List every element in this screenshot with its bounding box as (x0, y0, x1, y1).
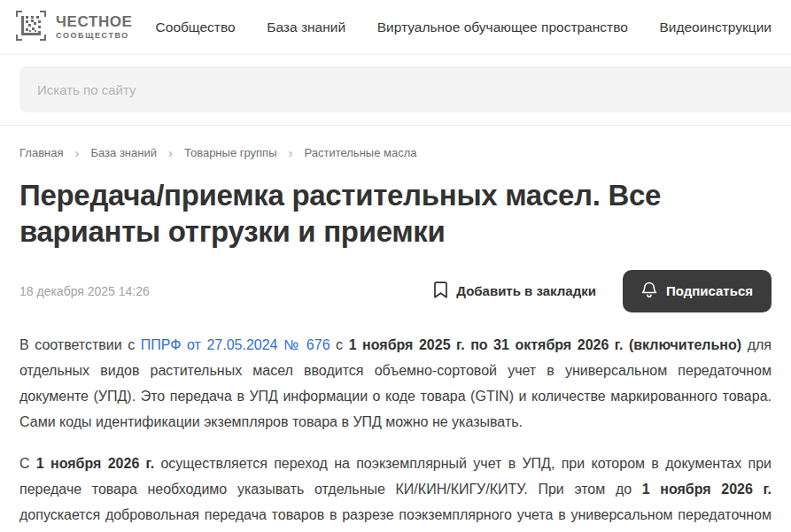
article-paragraph: С 1 ноября 2026 г. осуществляется перехо… (19, 451, 772, 532)
search-section (0, 55, 791, 126)
chevron-right-icon: › (74, 146, 79, 159)
article-meta-row: 18 декабря 2025 14:26 Добавить в закладк… (19, 271, 772, 311)
nav-item[interactable]: Видеоинструкции (659, 19, 772, 35)
search-input[interactable] (35, 81, 775, 98)
bookmark-icon (434, 281, 447, 301)
breadcrumb-item[interactable]: Товарные группы (184, 146, 277, 159)
subscribe-button[interactable]: Подписаться (623, 270, 772, 312)
article: Передача/приемка растительных масел. Все… (0, 177, 791, 532)
bookmark-label: Добавить в закладки (456, 283, 596, 298)
bold-text: 1 ноября 2026 г. (642, 482, 772, 497)
chevron-right-icon: › (168, 146, 173, 159)
breadcrumb-item[interactable]: База знаний (90, 146, 157, 159)
breadcrumb-item[interactable]: Растительные масла (304, 146, 416, 159)
article-body: В соответствии с ППРФ от 27.05.2024 № 67… (19, 332, 772, 532)
text: с (330, 337, 349, 352)
text: В соответствии с (19, 337, 141, 352)
publish-date: 18 декабря 2025 14:26 (19, 284, 434, 298)
article-actions: Добавить в закладки Подписаться (434, 270, 772, 312)
text: допускается добровольная передача товаро… (19, 507, 772, 532)
add-bookmark-button[interactable]: Добавить в закладки (434, 281, 596, 301)
site-logo[interactable]: ЧЕСТНОЕ СООБЩЕСТВО (14, 9, 133, 46)
nav-item[interactable]: Виртуальное обучающее пространство (377, 19, 628, 35)
main-nav: СообществоБаза знанийВиртуальное обучающ… (156, 19, 772, 35)
article-paragraph: В соответствии с ППРФ от 27.05.2024 № 67… (19, 332, 772, 435)
page-title: Передача/приемка растительных масел. Все… (19, 177, 702, 250)
bell-icon (641, 281, 657, 301)
logo-text-line2: СООБЩЕСТВО (56, 32, 133, 40)
nav-item[interactable]: Сообщество (156, 19, 236, 35)
search-box[interactable] (19, 66, 791, 112)
bold-text: 1 ноября 2026 г. (36, 456, 154, 471)
datamatrix-icon (14, 9, 48, 46)
text: С (19, 456, 36, 471)
bold-text: 1 ноября 2025 г. по 31 октября 2026 г. (… (349, 337, 742, 352)
site-header: ЧЕСТНОЕ СООБЩЕСТВО СообществоБаза знаний… (0, 0, 791, 55)
breadcrumb: Главная›База знаний›Товарные группы›Раст… (19, 145, 772, 159)
document-link[interactable]: ППРФ от 27.05.2024 № 676 (141, 337, 330, 352)
chevron-right-icon: › (288, 146, 292, 159)
logo-text-line1: ЧЕСТНОЕ (56, 14, 133, 30)
nav-item[interactable]: База знаний (267, 19, 345, 35)
subscribe-label: Подписаться (666, 283, 753, 298)
breadcrumb-item[interactable]: Главная (19, 146, 63, 159)
